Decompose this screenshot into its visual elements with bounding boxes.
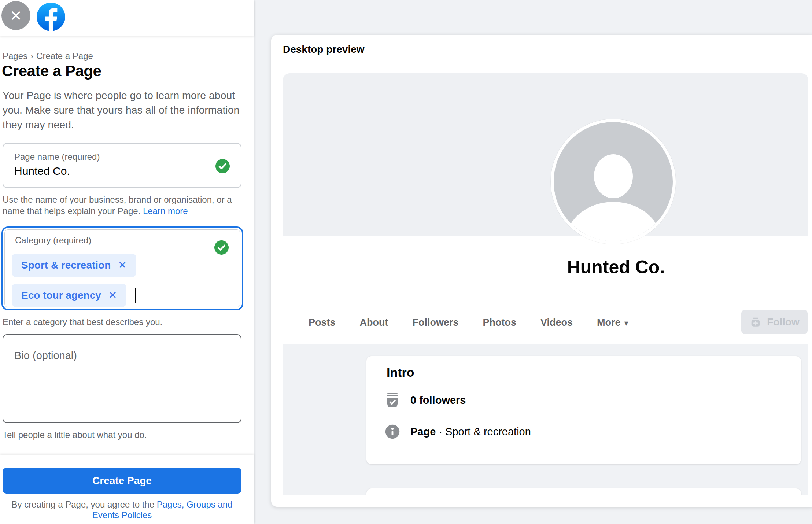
policy-text: By creating a Page, you agree to the Pag… [3,499,241,520]
tab-more-label: More [597,317,621,328]
followers-icon [385,392,400,408]
chevron-down-icon: ▾ [624,318,628,328]
tab-more[interactable]: More▾ [597,317,628,328]
chip-label: Sport & recreation [21,259,111,271]
close-icon: ✕ [10,8,22,23]
page-title: Create a Page [2,62,101,80]
desktop-preview-card: Desktop preview Hunted Co. Posts About F… [271,35,812,507]
create-page-button[interactable]: Create Page [3,468,241,494]
preview-page-name: Hunted Co. [567,257,665,278]
learn-more-link[interactable]: Learn more [143,206,188,216]
create-page-panel: ✕ Pages›Create a Page Create a Page Your… [0,0,254,524]
page-description: Your Page is where people go to learn mo… [3,88,241,132]
tab-followers[interactable]: Followers [413,317,459,328]
bio-input[interactable] [3,335,241,422]
avatar-silhouette-head [594,154,633,198]
page-name-valid-check-icon [215,159,230,173]
page-name-input[interactable] [14,165,190,177]
tab-videos[interactable]: Videos [540,317,573,328]
breadcrumb-pages[interactable]: Pages [3,51,27,61]
info-icon [385,424,400,439]
category-valid-check-icon [214,240,229,255]
followers-count: 0 followers [410,394,466,406]
category-field[interactable]: Category (required) Sport & recreation ✕… [1,226,243,310]
page-name-label: Page name (required) [14,152,100,162]
panel-footer: Create Page By creating a Page, you agre… [0,455,254,524]
chip-remove-icon[interactable]: ✕ [118,260,126,270]
followers-row: 0 followers [385,392,466,408]
bio-helper: Tell people a little about what you do. [3,429,147,441]
close-button[interactable]: ✕ [1,1,30,30]
tab-about[interactable]: About [360,317,388,328]
intro-card: Intro 0 followers [366,356,801,464]
follow-button[interactable]: Follow [741,310,808,334]
text-cursor [135,288,136,303]
page-type-row: Page · Sport & recreation [385,424,531,439]
policy-prefix: By creating a Page, you agree to the [11,499,156,509]
page-name-helper-text: Use the name of your business, brand or … [3,195,232,216]
page-type-bold: Page [410,426,436,438]
category-label: Category (required) [15,235,91,246]
category-chip-area: Sport & recreation ✕ Eco tour agency ✕ [12,247,136,307]
tab-photos[interactable]: Photos [483,317,517,328]
preview-body: Intro 0 followers [283,344,808,495]
category-chip-sport-recreation: Sport & recreation ✕ [12,254,136,277]
category-chip-eco-tour-agency: Eco tour agency ✕ [12,284,126,307]
page-name-field: Page name (required) [3,143,241,188]
chip-remove-icon[interactable]: ✕ [108,290,117,300]
page-name-helper: Use the name of your business, brand or … [3,194,243,217]
breadcrumb: Pages›Create a Page [3,51,93,61]
profile-avatar [551,119,676,244]
bio-field [3,334,241,423]
breadcrumb-separator: › [30,51,33,61]
facebook-logo-icon [37,3,65,31]
chip-label: Eco tour agency [21,289,101,301]
category-helper: Enter a category that best describes you… [3,317,162,328]
avatar-silhouette-shoulders [565,202,661,244]
tabs-bar: Posts About Followers Photos Videos More… [283,300,808,344]
desktop-preview-title: Desktop preview [283,44,365,55]
panel-header: ✕ [0,0,254,36]
tab-posts[interactable]: Posts [309,317,336,328]
page-type-category: Sport & recreation [445,426,531,438]
follow-icon [749,316,762,328]
preview-card-placeholder [366,488,801,495]
follow-label: Follow [767,316,800,328]
page-type-text: Page · Sport & recreation [410,426,531,438]
desktop-preview-frame: Hunted Co. Posts About Followers Photos … [283,73,808,495]
intro-heading: Intro [387,365,414,380]
breadcrumb-current: Create a Page [36,51,93,61]
cover-photo-placeholder [283,73,808,236]
page-type-separator: · [436,426,445,438]
